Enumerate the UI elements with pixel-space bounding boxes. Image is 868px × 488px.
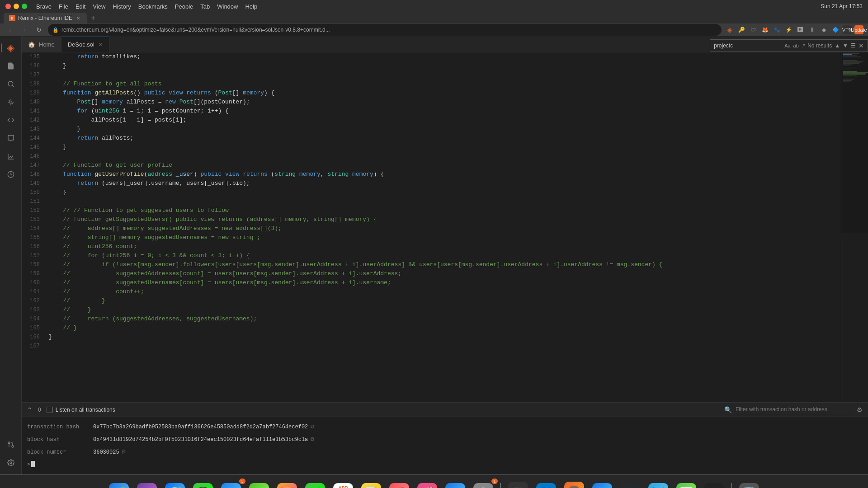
menu-file[interactable]: File [59,3,68,10]
extension-icon-7[interactable]: Ⅱ [807,25,816,34]
activity-plugin[interactable] [3,94,19,110]
extension-icon-4[interactable]: 🐾 [772,25,781,34]
activity-compile[interactable] [3,112,19,128]
dock-itunes[interactable]: 🎬 [415,480,440,488]
dock-maps[interactable]: 🗺️ [246,480,272,488]
dock-photos[interactable]: 🌅 [274,480,300,488]
listen-checkbox[interactable] [47,407,53,413]
dock-messages[interactable]: 💬 [190,480,216,488]
code-editor[interactable]: 135 136 137 138 139 140 141 142 143 144 … [22,52,868,402]
svg-rect-29 [843,75,857,75]
dock-mail[interactable]: 📧 3 [218,480,244,488]
find-list-btn[interactable]: ☰ [851,42,856,49]
menu-help[interactable]: Help [245,3,257,10]
find-prev-btn[interactable]: ▲ [835,42,840,49]
code-line-161: // count++; [49,287,836,296]
update-button[interactable]: Update [854,25,863,34]
expand-icon[interactable]: ⌃ [27,406,33,413]
activity-settings[interactable] [3,455,19,471]
dock-trash[interactable]: 🗑️ [736,480,762,488]
block-number-copy-icon[interactable]: ⎘ [122,449,125,455]
svg-point-6 [10,462,12,464]
url-text: remix.ethereum.org/#lang=en&optimize=fal… [61,27,330,33]
address-bar[interactable]: 🔒 remix.ethereum.org/#lang=en&optimize=f… [48,24,722,36]
activity-transaction-2[interactable] [3,166,19,183]
dock-telegram[interactable]: ✈️ [646,480,671,488]
word-match-btn[interactable]: ab [793,43,799,48]
dock-terminal[interactable]: ⬛ [505,480,531,488]
dock-appstore[interactable]: A [443,480,468,488]
find-next-btn[interactable]: ▼ [843,42,848,49]
dock-facetime[interactable]: 📹 [302,480,328,488]
menu-history[interactable]: History [113,3,131,10]
case-sensitive-btn[interactable]: Aa [784,43,790,48]
reload-button[interactable]: ↻ [33,24,44,35]
browser-tab-active[interactable]: B Remix - Ethereum IDE ✕ [4,13,87,23]
extension-icon-2[interactable]: 🛡 [749,25,758,34]
code-content[interactable]: return totalLikes; } // Function to get … [44,52,841,402]
extension-icon-6[interactable]: 🅱 [796,25,805,34]
line-num-161: 161 [22,287,40,296]
block-hash-copy-icon[interactable]: ⧉ [311,436,315,443]
filter-input[interactable] [736,404,853,415]
line-num-167: 167 [22,342,40,351]
extension-icon-8[interactable]: ◆ [819,25,828,34]
dock-brave[interactable]: 🦁 [561,480,587,488]
dock-docker[interactable]: 🐳 [590,480,615,488]
activity-git[interactable] [3,436,19,453]
dock-calendar[interactable]: APR21 [330,480,356,488]
menu-people[interactable]: People [175,3,193,10]
menu-bookmarks[interactable]: Bookmarks [138,3,168,10]
browser-tab-close[interactable]: ✕ [75,15,81,21]
dock-launchpad[interactable]: ⊞ [134,480,160,488]
menu-tab[interactable]: Tab [200,3,210,10]
svg-point-4 [8,442,10,444]
dock-notes[interactable]: 📝 [359,480,384,488]
dock-github[interactable]: 🐙 [618,480,643,488]
vpn-icon[interactable]: VPN [843,25,852,34]
wallet-icon[interactable]: ◈ [725,25,734,34]
menu-bar[interactable]: Brave File Edit View History Bookmarks P… [36,3,257,10]
dock-safari[interactable]: 🧭 [162,480,188,488]
filter-settings-icon[interactable]: ⚙ [857,406,863,413]
menu-view[interactable]: View [93,3,105,10]
activity-file-explorer[interactable] [3,58,19,74]
find-input[interactable] [714,42,782,49]
activity-analytics[interactable] [3,148,19,164]
svg-rect-35 [843,80,852,81]
dock-vscode[interactable]: 💙 [533,480,559,488]
code-line-137 [49,70,836,80]
dock-dark1[interactable] [702,480,727,488]
forward-button[interactable]: › [19,24,30,35]
activity-search[interactable] [3,76,19,92]
dock-finder[interactable]: 🗂️ [106,480,132,488]
close-button[interactable] [5,4,11,9]
browser-toolbar-right: ◈ 🔑 🛡 🦊 🐾 ⚡ 🅱 Ⅱ ◆ 🔷 VPN Update [725,25,863,34]
extension-icon-9[interactable]: 🔷 [831,25,840,34]
tx-hash-copy-icon[interactable]: ⧉ [311,424,315,430]
dock-music[interactable]: 🎵 [387,480,412,488]
back-button[interactable]: ‹ [5,24,15,35]
maximize-button[interactable] [22,4,27,9]
regex-btn[interactable]: .* [802,43,805,48]
new-tab-button[interactable]: + [88,13,99,23]
find-close-btn[interactable]: ✕ [859,42,864,49]
line-num-150: 150 [22,188,40,197]
telegram-icon: ✈️ [648,483,668,488]
extension-icon-5[interactable]: ⚡ [784,25,793,34]
traffic-lights[interactable] [5,4,27,9]
activity-deploy[interactable] [3,130,19,146]
menu-window[interactable]: Window [217,3,238,10]
dock-numbers[interactable]: 📊 [674,480,699,488]
tab-desoc[interactable]: DeSoc.sol ✕ [61,37,109,52]
filter-search-icon[interactable]: 🔍 [724,406,732,413]
menu-edit[interactable]: Edit [75,3,85,10]
minimize-button[interactable] [14,4,19,9]
tab-home[interactable]: 🏠 Home [22,37,61,52]
extension-icon-3[interactable]: 🦊 [760,25,769,34]
tab-desoc-close[interactable]: ✕ [98,42,103,48]
menu-brave[interactable]: Brave [36,3,52,10]
dock-sysprefs[interactable]: ⚙️ 1 [471,480,496,488]
activity-remix-logo[interactable]: ◈ [3,40,19,56]
extension-icon-1[interactable]: 🔑 [737,25,746,34]
